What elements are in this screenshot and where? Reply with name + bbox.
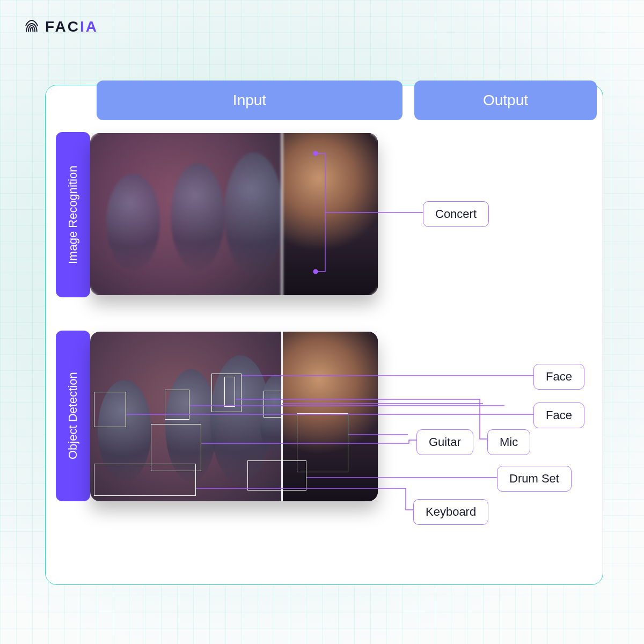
column-header-output: Output	[414, 80, 597, 120]
row-label-object-detection: Object Detection	[56, 331, 90, 501]
bbox-face-c	[165, 390, 189, 420]
tag-face-b: Face	[533, 402, 584, 428]
row-label-image-recognition: Image Recognition	[56, 132, 90, 297]
brand-logo: FACIA	[24, 17, 98, 36]
bbox-face-d	[264, 391, 282, 418]
fingerprint-icon	[24, 17, 40, 36]
input-image-recognition	[90, 133, 378, 295]
tag-keyboard: Keyboard	[413, 499, 488, 525]
column-header-input: Input	[97, 80, 402, 120]
tag-mic: Mic	[487, 429, 530, 455]
tag-drum-set: Drum Set	[497, 466, 572, 492]
bbox-drum-set	[247, 460, 306, 491]
connector-dot-bottom	[313, 269, 318, 274]
tag-guitar: Guitar	[416, 429, 473, 455]
bbox-keyboard	[94, 464, 196, 496]
brand-name-a: FAC	[45, 18, 80, 35]
tag-face-a: Face	[533, 364, 584, 390]
brand-name-b: IA	[80, 18, 98, 35]
tag-concert: Concert	[423, 201, 489, 227]
brand-name: FACIA	[45, 18, 98, 35]
bbox-face-b	[94, 392, 126, 427]
bbox-mic	[224, 377, 235, 407]
connector-dot-top	[313, 151, 318, 156]
